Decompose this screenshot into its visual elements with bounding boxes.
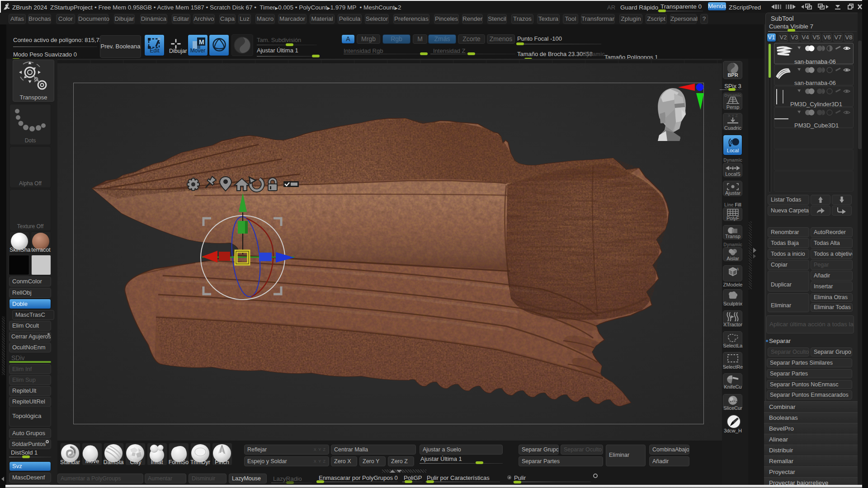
svg-text:M: M <box>199 38 204 46</box>
svg-text:1: 1 <box>737 267 739 271</box>
